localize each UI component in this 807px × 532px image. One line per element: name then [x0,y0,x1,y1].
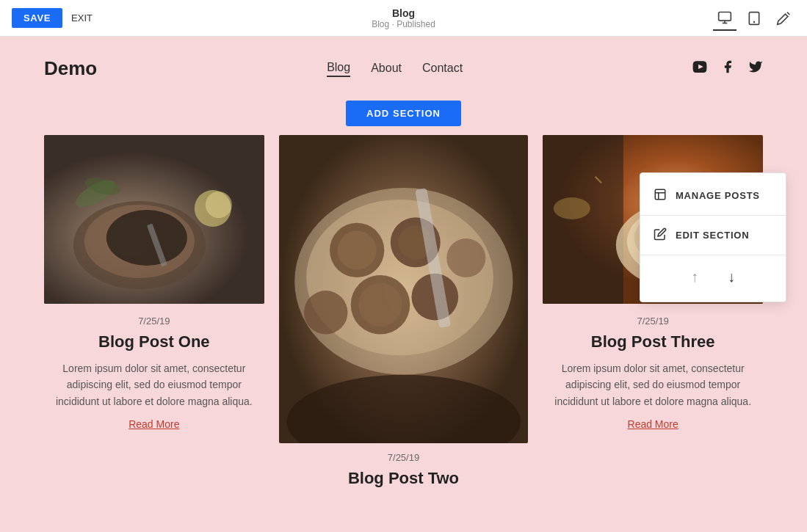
edit-section-button[interactable]: EDIT SECTION [640,219,786,252]
blog-title-1: Blog Post One [98,332,210,351]
site-nav-links: Blog About Contact [327,61,463,77]
manage-posts-button[interactable]: MANAGE POSTS [640,179,786,212]
toolbar-subtitle: Blog · Published [372,19,435,29]
move-up-button[interactable]: ↑ [688,266,701,288]
nav-link-contact[interactable]: Contact [422,62,463,76]
blog-excerpt-3: Lorem ipsum dolor sit amet, consectetur … [543,360,763,409]
svg-rect-30 [543,135,623,304]
blog-title-3: Blog Post Three [591,332,715,351]
add-section-button[interactable]: ADD SECTION [346,101,461,126]
blog-image-2 [279,135,529,443]
blog-card-1: 7/25/19 Blog Post One Lorem ipsum dolor … [29,135,279,497]
blog-image-1 [44,135,264,304]
move-down-button[interactable]: ↓ [725,266,738,288]
svg-rect-40 [655,189,665,200]
twitter-icon[interactable] [748,59,763,78]
site-nav: Demo Blog About Contact [0,37,807,95]
nav-link-blog[interactable]: Blog [327,61,350,77]
svg-point-23 [358,283,402,327]
toolbar: SAVE EXIT Blog Blog · Published [0,0,807,37]
exit-button[interactable]: EXIT [71,12,93,23]
manage-posts-icon [654,188,667,203]
blog-card-2: 7/25/19 Blog Post Two [279,135,529,497]
blog-date-3: 7/25/19 [637,316,668,327]
svg-point-11 [206,192,232,218]
menu-arrows: ↑ ↓ [640,258,786,296]
site-logo[interactable]: Demo [44,57,97,80]
menu-divider-1 [640,215,786,216]
context-menu: MANAGE POSTS EDIT SECTION ↑ ↓ [640,172,786,302]
svg-line-5 [787,12,789,14]
edit-section-icon [654,227,667,243]
blog-date-2: 7/25/19 [388,452,419,463]
desktop-view-button[interactable] [713,6,737,31]
blog-excerpt-1: Lorem ipsum dolor sit amet, consectetur … [44,360,264,409]
add-section-area: ADD SECTION [0,101,807,126]
svg-point-39 [554,197,590,219]
undo-button[interactable] [101,15,107,21]
svg-point-9 [106,210,187,266]
menu-divider-2 [640,255,786,255]
facebook-icon[interactable] [720,59,735,78]
toolbar-center: Blog Blog · Published [372,7,435,29]
site-social [692,59,763,78]
svg-point-19 [337,230,376,269]
read-more-3[interactable]: Read More [628,418,678,430]
blog-title-2: Blog Post Two [348,469,459,488]
read-more-1[interactable]: Read More [129,418,179,430]
page-canvas: Demo Blog About Contact ADD SECTION [0,37,807,532]
toolbar-left: SAVE EXIT [12,8,122,28]
tablet-view-button[interactable] [742,7,766,30]
save-button[interactable]: SAVE [12,8,62,28]
edit-mode-button[interactable] [772,7,795,30]
toolbar-right [713,6,795,31]
svg-rect-0 [719,12,731,21]
youtube-icon[interactable] [692,59,707,78]
blog-date-1: 7/25/19 [138,316,170,327]
svg-point-25 [304,291,347,334]
toolbar-title: Blog [372,7,435,19]
redo-button[interactable] [116,15,122,21]
svg-point-26 [446,238,485,277]
nav-link-about[interactable]: About [371,62,402,76]
